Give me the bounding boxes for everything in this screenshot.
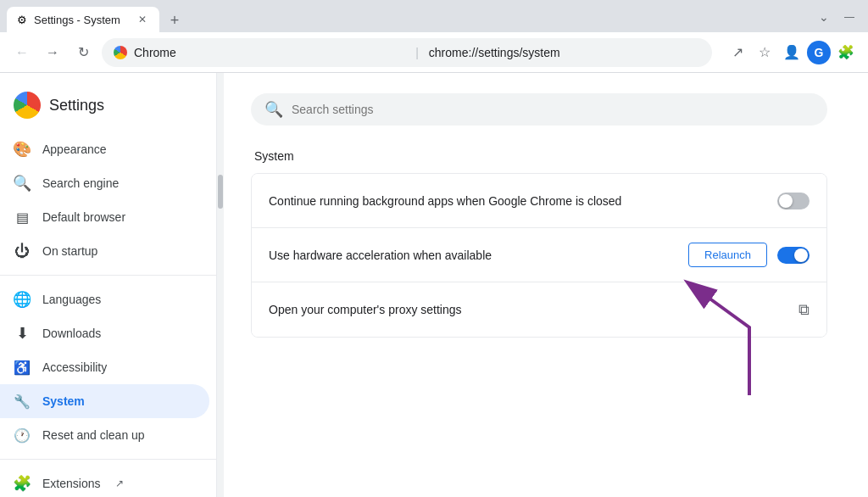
tab-close-button[interactable]: ✕ xyxy=(136,13,149,26)
active-tab[interactable]: ⚙ Settings - System ✕ xyxy=(7,7,159,32)
url-favicon xyxy=(114,46,127,59)
background-apps-row: Continue running background apps when Go… xyxy=(252,174,826,228)
url-bar[interactable]: Chrome | chrome://settings/system xyxy=(102,38,712,67)
sidebar-title: Settings xyxy=(49,97,104,114)
external-link-icon: ↗ xyxy=(115,477,124,489)
settings-card: Continue running background apps when Go… xyxy=(251,173,827,338)
sidebar-label-appearance: Appearance xyxy=(42,142,107,156)
proxy-settings-action: ⧉ xyxy=(798,301,810,319)
proxy-settings-label: Open your computer's proxy settings xyxy=(269,303,798,316)
sidebar-item-extensions[interactable]: 🧩 Extensions ↗ xyxy=(0,466,209,497)
sidebar-header: Settings xyxy=(0,83,216,132)
window-controls: ⌄ — xyxy=(812,5,861,32)
share-icon[interactable]: ↗ xyxy=(726,41,749,64)
languages-icon: 🌐 xyxy=(14,291,31,308)
sidebar-label-system: System xyxy=(42,394,85,408)
search-input[interactable] xyxy=(292,103,814,116)
tab-favicon: ⚙ xyxy=(17,14,27,26)
search-engine-icon: 🔍 xyxy=(14,175,31,192)
toolbar-icons: ↗ ☆ 👤 G 🧩 xyxy=(726,41,858,64)
window-minimize-button[interactable]: ⌄ xyxy=(812,5,836,29)
search-bar: 🔍 xyxy=(251,93,827,126)
sidebar-scrollbar[interactable] xyxy=(217,73,224,497)
search-icon: 🔍 xyxy=(264,100,283,119)
content-area: 🔍 System Continue running background app… xyxy=(224,73,868,497)
sidebar-item-appearance[interactable]: 🎨 Appearance xyxy=(0,132,209,166)
sidebar-label-default-browser: Default browser xyxy=(42,210,125,224)
hardware-toggle-thumb xyxy=(794,248,808,262)
sidebar-item-default-browser[interactable]: ▤ Default browser xyxy=(0,200,209,234)
sidebar-label-extensions: Extensions xyxy=(42,477,100,490)
proxy-external-link-icon[interactable]: ⧉ xyxy=(798,301,810,319)
background-apps-label: Continue running background apps when Go… xyxy=(269,194,777,208)
reload-button[interactable]: ↻ xyxy=(71,41,95,64)
relaunch-button[interactable]: Relaunch xyxy=(688,243,767,267)
sidebar-item-languages[interactable]: 🌐 Languages xyxy=(0,282,209,316)
extensions-sidebar-icon: 🧩 xyxy=(14,475,31,492)
reset-icon: 🕐 xyxy=(14,427,31,444)
system-icon: 🔧 xyxy=(14,393,31,410)
chrome-logo xyxy=(14,92,41,119)
address-bar: ← → ↻ Chrome | chrome://settings/system … xyxy=(0,32,868,73)
toggle-thumb xyxy=(779,194,793,208)
new-tab-button[interactable]: + xyxy=(163,8,186,32)
profile-switcher-icon[interactable]: 👤 xyxy=(780,41,804,64)
default-browser-icon: ▤ xyxy=(14,209,31,226)
tab-bar: ⚙ Settings - System ✕ + ⌄ — xyxy=(0,0,868,32)
extensions-icon[interactable]: 🧩 xyxy=(834,41,858,64)
sidebar-item-reset[interactable]: 🕐 Reset and clean up xyxy=(0,418,209,452)
scrollbar-thumb[interactable] xyxy=(218,175,223,209)
sidebar-label-on-startup: On startup xyxy=(42,244,97,258)
hardware-acceleration-label: Use hardware acceleration when available xyxy=(269,248,688,262)
sidebar-label-search-engine: Search engine xyxy=(42,176,119,190)
sidebar-divider xyxy=(0,275,216,276)
sidebar-item-accessibility[interactable]: ♿ Accessibility xyxy=(0,350,209,384)
appearance-icon: 🎨 xyxy=(14,141,31,158)
sidebar-item-search-engine[interactable]: 🔍 Search engine xyxy=(0,166,209,200)
hardware-acceleration-action: Relaunch xyxy=(688,243,810,267)
sidebar-item-downloads[interactable]: ⬇ Downloads xyxy=(0,316,209,350)
sidebar-label-languages: Languages xyxy=(42,293,101,306)
hardware-acceleration-row: Use hardware acceleration when available… xyxy=(252,228,826,282)
hardware-acceleration-toggle[interactable] xyxy=(777,247,810,264)
forward-button[interactable]: → xyxy=(41,41,64,64)
sidebar-label-downloads: Downloads xyxy=(42,327,101,340)
background-apps-toggle[interactable] xyxy=(777,193,810,209)
section-title: System xyxy=(251,149,841,163)
proxy-settings-row: Open your computer's proxy settings ⧉ xyxy=(252,282,826,337)
sidebar-item-system[interactable]: 🔧 System xyxy=(0,384,209,418)
url-path: chrome://settings/system xyxy=(429,46,700,59)
sidebar-label-accessibility: Accessibility xyxy=(42,360,107,374)
browser-window: ⚙ Settings - System ✕ + ⌄ — ← → ↻ Chrome… xyxy=(0,0,868,497)
background-apps-action xyxy=(777,193,810,209)
tab-title: Settings - System xyxy=(34,14,129,26)
accessibility-icon: ♿ xyxy=(14,359,31,376)
downloads-icon: ⬇ xyxy=(14,325,31,342)
on-startup-icon: ⏻ xyxy=(14,243,31,260)
back-button[interactable]: ← xyxy=(10,41,34,64)
sidebar-divider-2 xyxy=(0,459,216,460)
sidebar-label-reset: Reset and clean up xyxy=(42,428,145,442)
window-restore-button[interactable]: — xyxy=(837,5,861,29)
profile-avatar[interactable]: G xyxy=(807,41,831,64)
url-protocol: Chrome xyxy=(134,46,405,59)
sidebar: Settings 🎨 Appearance 🔍 Search engine ▤ … xyxy=(0,73,217,497)
main-area: Settings 🎨 Appearance 🔍 Search engine ▤ … xyxy=(0,73,868,497)
sidebar-item-on-startup[interactable]: ⏻ On startup xyxy=(0,234,209,268)
bookmark-icon[interactable]: ☆ xyxy=(753,41,776,64)
